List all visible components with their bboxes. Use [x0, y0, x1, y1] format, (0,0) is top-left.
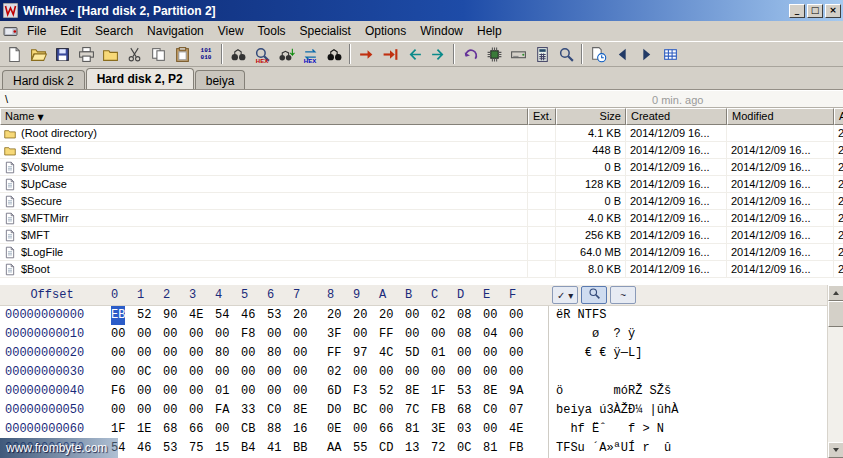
squiggle-button[interactable]: ~ — [610, 286, 636, 304]
hex-byte[interactable]: 00 — [476, 363, 502, 382]
hex-byte[interactable]: 03 — [450, 420, 476, 439]
tab-hard-disk-2[interactable]: Hard disk 2 — [2, 70, 85, 89]
hex-byte[interactable]: 3E — [424, 420, 450, 439]
hex-byte[interactable]: 20 — [346, 306, 372, 325]
goto-end-button[interactable] — [378, 43, 402, 66]
hex-byte[interactable]: 52 — [372, 382, 398, 401]
hex-byte[interactable]: 00 — [286, 363, 312, 382]
hex-byte[interactable]: 00 — [346, 420, 372, 439]
hex-byte[interactable]: 00 — [156, 363, 182, 382]
search-again-button[interactable] — [322, 43, 346, 66]
viewer-button[interactable] — [554, 43, 578, 66]
save-button[interactable] — [50, 43, 74, 66]
hex-byte[interactable]: 00 — [182, 382, 208, 401]
hex-byte[interactable]: 00 — [234, 344, 260, 363]
hex-byte[interactable]: BC — [346, 401, 372, 420]
hex-byte[interactable]: 0C — [130, 363, 156, 382]
hex-byte[interactable]: 00 — [208, 420, 234, 439]
hex-byte[interactable]: 00 — [286, 325, 312, 344]
hex-byte[interactable]: 00 — [208, 363, 234, 382]
hex-ansi-text[interactable]: ö móRŽ SŽš — [548, 382, 671, 401]
paste-button[interactable] — [170, 43, 194, 66]
hex-byte[interactable]: 00 — [260, 382, 286, 401]
hex-byte[interactable]: 02 — [424, 306, 450, 325]
hex-byte[interactable]: 1F — [424, 382, 450, 401]
cut-button[interactable] — [122, 43, 146, 66]
hex-byte[interactable]: 00 — [156, 401, 182, 420]
goto-offset-button[interactable] — [354, 43, 378, 66]
hex-ansi-text[interactable]: ëR NTFS — [548, 306, 606, 325]
hex-byte[interactable]: EB — [104, 306, 130, 325]
new-button[interactable] — [2, 43, 26, 66]
hex-byte[interactable]: 66 — [372, 420, 398, 439]
hex-byte[interactable]: 75 — [182, 439, 208, 458]
hex-byte[interactable]: 00 — [450, 344, 476, 363]
hex-byte[interactable]: FB — [502, 439, 528, 458]
hex-byte[interactable]: 8E — [398, 382, 424, 401]
hex-byte[interactable]: 00 — [424, 325, 450, 344]
disk-editor-button[interactable] — [506, 43, 530, 66]
print-button[interactable] — [74, 43, 98, 66]
hex-byte[interactable]: FF — [320, 344, 346, 363]
hex-byte[interactable]: 01 — [208, 382, 234, 401]
hex-byte[interactable]: 66 — [182, 420, 208, 439]
hex-byte[interactable]: 53 — [156, 439, 182, 458]
hex-byte[interactable]: 15 — [208, 439, 234, 458]
hex-byte[interactable]: 00 — [130, 344, 156, 363]
hex-byte[interactable]: 00 — [182, 344, 208, 363]
hex-byte[interactable]: 00 — [156, 325, 182, 344]
hex-byte[interactable]: 4E — [182, 306, 208, 325]
hex-byte[interactable]: 00 — [346, 325, 372, 344]
hex-byte[interactable]: F8 — [234, 325, 260, 344]
table-row[interactable]: $Volume0 B2014/12/09 16...2014/12/09 16.… — [0, 159, 843, 176]
hex-byte[interactable]: CB — [234, 420, 260, 439]
menu-options[interactable]: Options — [358, 22, 413, 40]
column-header-name[interactable]: Name ▼ — [0, 108, 528, 125]
hex-byte[interactable]: 00 — [476, 306, 502, 325]
next-window-button[interactable] — [634, 43, 658, 66]
hex-byte[interactable]: 1E — [130, 420, 156, 439]
minimize-button[interactable]: _ — [789, 4, 805, 18]
find-hex-button[interactable]: HEX — [250, 43, 274, 66]
column-header-modified[interactable]: Modified — [727, 108, 834, 125]
hex-byte[interactable]: 52 — [130, 306, 156, 325]
hex-byte[interactable]: 54 — [208, 306, 234, 325]
hex-byte[interactable]: 00 — [286, 382, 312, 401]
menu-search[interactable]: Search — [88, 22, 140, 40]
hex-byte[interactable]: 04 — [476, 325, 502, 344]
synchronize-button[interactable] — [658, 43, 682, 66]
hex-byte[interactable]: 00 — [346, 363, 372, 382]
hex-byte[interactable]: 8E — [476, 382, 502, 401]
forward-button[interactable] — [426, 43, 450, 66]
hex-byte[interactable]: 68 — [156, 420, 182, 439]
hex-byte[interactable]: 72 — [424, 439, 450, 458]
hex-byte[interactable]: 00 — [104, 363, 130, 382]
prev-window-button[interactable] — [610, 43, 634, 66]
hex-byte[interactable]: 53 — [450, 382, 476, 401]
column-header-created[interactable]: Created — [626, 108, 727, 125]
hex-byte[interactable]: 80 — [208, 344, 234, 363]
binary-paste-button[interactable]: 101 010 — [194, 43, 218, 66]
hex-byte[interactable]: 00 — [398, 325, 424, 344]
table-row[interactable]: $Extend448 B2014/12/09 16...2014/12/09 1… — [0, 142, 843, 159]
vertical-scrollbar[interactable] — [827, 285, 843, 458]
hex-byte[interactable]: 00 — [234, 382, 260, 401]
table-row[interactable]: $LogFile64.0 MB2014/12/09 16...2014/12/0… — [0, 244, 843, 261]
tab-beiya[interactable]: beiya — [195, 70, 246, 89]
hex-byte[interactable]: 00 — [398, 363, 424, 382]
hex-byte[interactable]: 00 — [476, 344, 502, 363]
hex-byte[interactable]: 00 — [286, 344, 312, 363]
back-button[interactable] — [402, 43, 426, 66]
menu-view[interactable]: View — [211, 22, 251, 40]
hex-byte[interactable]: 00 — [182, 325, 208, 344]
hex-byte[interactable]: 3F — [320, 325, 346, 344]
hex-byte[interactable]: 00 — [130, 401, 156, 420]
menu-navigation[interactable]: Navigation — [140, 22, 211, 40]
hex-byte[interactable]: 0E — [320, 420, 346, 439]
hex-byte[interactable]: F6 — [104, 382, 130, 401]
column-header-size[interactable]: Size — [556, 108, 626, 125]
hex-byte[interactable]: 08 — [450, 306, 476, 325]
hex-byte[interactable]: 46 — [234, 306, 260, 325]
hex-byte[interactable]: 68 — [450, 401, 476, 420]
ram-editor-button[interactable] — [482, 43, 506, 66]
